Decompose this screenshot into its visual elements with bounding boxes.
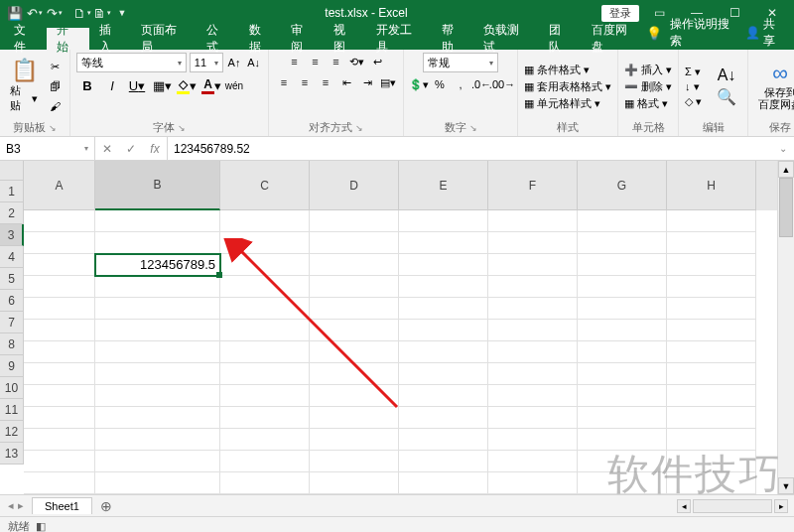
cell-H5[interactable]	[667, 298, 756, 320]
add-sheet-button[interactable]: ⊕	[92, 498, 120, 514]
redo-button[interactable]: ↷	[46, 4, 64, 22]
underline-button[interactable]: U▾	[126, 75, 148, 95]
col-header-B[interactable]: B	[95, 161, 220, 210]
cell-D8[interactable]	[310, 363, 399, 385]
align-bottom[interactable]: ≡	[328, 53, 345, 70]
fill-handle[interactable]	[216, 272, 222, 278]
cell-H2[interactable]	[667, 232, 756, 254]
cell-A6[interactable]	[24, 320, 95, 341]
row-header-5[interactable]: 5	[0, 268, 24, 290]
scroll-down-button[interactable]: ▼	[778, 477, 794, 494]
cell-E6[interactable]	[399, 320, 488, 341]
bold-button[interactable]: B	[76, 75, 98, 95]
cell-H1[interactable]	[667, 210, 756, 232]
tab-layout[interactable]: 页面布局	[131, 28, 197, 50]
name-box[interactable]: B3▾	[0, 137, 95, 160]
dec-decimal[interactable]: .00→	[493, 75, 511, 93]
cell-A7[interactable]	[24, 341, 95, 363]
insert-cells-button[interactable]: ➕ 插入 ▾	[624, 63, 672, 77]
cell-G12[interactable]	[578, 451, 667, 472]
cell-F5[interactable]	[488, 298, 578, 320]
cell-A9[interactable]	[24, 385, 95, 407]
format-painter-button[interactable]: 🖌	[46, 97, 64, 115]
col-header-C[interactable]: C	[220, 161, 310, 210]
cell-E7[interactable]	[399, 341, 488, 363]
align-right[interactable]: ≡	[317, 73, 334, 91]
col-header-F[interactable]: F	[488, 161, 578, 210]
cell-G2[interactable]	[578, 232, 667, 254]
cell-A2[interactable]	[24, 232, 95, 254]
tab-baidu[interactable]: 百度网盘	[582, 28, 647, 50]
grow-font-button[interactable]: A↑	[226, 54, 243, 71]
orientation-button[interactable]: ⟲▾	[348, 53, 366, 70]
cell-D1[interactable]	[310, 210, 399, 232]
cell-F11[interactable]	[488, 429, 578, 451]
maximize-button[interactable]: ☐	[717, 0, 752, 26]
save-icon[interactable]: 💾	[6, 4, 24, 22]
inc-decimal[interactable]: .0←	[472, 75, 490, 93]
cell-C4[interactable]	[220, 276, 310, 298]
align-top[interactable]: ≡	[286, 53, 304, 70]
comma-button[interactable]: ,	[452, 75, 469, 93]
cell-G7[interactable]	[578, 341, 667, 363]
cell-F6[interactable]	[488, 320, 578, 341]
merge-button[interactable]: ▤▾	[379, 73, 397, 91]
hscroll-thumb[interactable]	[693, 499, 772, 513]
fx-button[interactable]: fx	[143, 138, 167, 160]
cells-grid[interactable]: 123456789.5	[24, 210, 777, 494]
table-format-button[interactable]: ▦ 套用表格格式 ▾	[524, 79, 611, 94]
italic-button[interactable]: I	[101, 75, 123, 95]
clipboard-dialog[interactable]	[49, 121, 57, 133]
cell-D7[interactable]	[310, 341, 399, 363]
cell-A1[interactable]	[24, 210, 95, 232]
cell-C5[interactable]	[220, 298, 310, 320]
cell-F12[interactable]	[488, 451, 578, 472]
cell-B4[interactable]	[95, 276, 220, 298]
cell-B12[interactable]	[95, 451, 220, 472]
row-header-7[interactable]: 7	[0, 312, 24, 333]
col-header-D[interactable]: D	[310, 161, 399, 210]
cell-D6[interactable]	[310, 320, 399, 341]
tab-loadtest[interactable]: 负载测试	[473, 28, 539, 50]
cell-G5[interactable]	[578, 298, 667, 320]
tab-help[interactable]: 帮助	[432, 28, 474, 50]
cell-F4[interactable]	[488, 276, 578, 298]
tab-home[interactable]: 开始	[47, 28, 89, 50]
clear-button[interactable]: ◇ ▾	[685, 95, 702, 108]
qat-icon-1[interactable]: 🗋	[73, 4, 91, 22]
cell-F8[interactable]	[488, 363, 578, 385]
cell-C3[interactable]	[220, 254, 310, 276]
cell-D13[interactable]	[310, 472, 399, 494]
save-baidu-button[interactable]: ∞ 保存到 百度网盘	[754, 61, 794, 112]
font-dialog[interactable]	[178, 121, 186, 133]
font-color-button[interactable]: A▾	[200, 75, 222, 95]
cell-D2[interactable]	[310, 232, 399, 254]
cell-E13[interactable]	[399, 472, 488, 494]
cell-A8[interactable]	[24, 363, 95, 385]
paste-button[interactable]: 📋 粘贴▾	[6, 58, 42, 115]
undo-button[interactable]: ↶	[26, 4, 44, 22]
tab-devtools[interactable]: 开发工具	[366, 28, 432, 50]
cell-E11[interactable]	[399, 429, 488, 451]
cell-C7[interactable]	[220, 341, 310, 363]
cell-E10[interactable]	[399, 407, 488, 429]
cell-D3[interactable]	[310, 254, 399, 276]
tab-data[interactable]: 数据	[239, 28, 282, 50]
tab-formulas[interactable]: 公式	[197, 28, 239, 50]
cell-H3[interactable]	[667, 254, 756, 276]
cond-format-button[interactable]: ▦ 条件格式 ▾	[524, 63, 611, 77]
cell-C6[interactable]	[220, 320, 310, 341]
row-header-11[interactable]: 11	[0, 399, 24, 421]
cell-F3[interactable]	[488, 254, 578, 276]
cell-A5[interactable]	[24, 298, 95, 320]
cell-E9[interactable]	[399, 385, 488, 407]
cell-C12[interactable]	[220, 451, 310, 472]
cell-H11[interactable]	[667, 429, 756, 451]
cell-D12[interactable]	[310, 451, 399, 472]
cell-F10[interactable]	[488, 407, 578, 429]
indent-dec[interactable]: ⇤	[337, 73, 355, 91]
cell-H7[interactable]	[667, 341, 756, 363]
align-center[interactable]: ≡	[296, 73, 314, 91]
tab-view[interactable]: 视图	[324, 28, 366, 50]
ribbon-options-button[interactable]: ▭	[641, 0, 677, 26]
